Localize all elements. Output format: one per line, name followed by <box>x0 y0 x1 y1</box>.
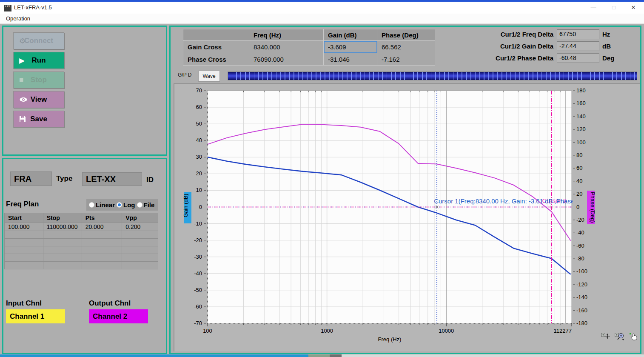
svg-text:180: 180 <box>576 87 586 94</box>
id-field[interactable]: LET-XX <box>82 172 142 186</box>
svg-text:60: 60 <box>196 104 202 110</box>
freq-delta-label: Cur1/2 Freq Delta <box>481 31 557 38</box>
tab-wave[interactable]: Wave <box>198 71 220 82</box>
radio-file[interactable]: File <box>137 201 155 208</box>
phase-delta-unit: Deg <box>599 54 614 62</box>
freq-plan-data-row-cell[interactable]: 0.200 <box>122 223 158 231</box>
freq-delta-row: Cur1/2 Freq Delta 67750 Hz <box>481 29 614 39</box>
gain-delta-label: Cur1/2 Gain Delta <box>481 43 557 50</box>
freq-plan-empty-row-cell <box>43 254 82 262</box>
input-channel-selector[interactable]: Channel 1 <box>6 309 65 323</box>
x-axis-title: Freq (Hz) <box>378 336 402 343</box>
gain-delta-value: -27.44 <box>557 41 599 51</box>
save-button[interactable]: Save <box>13 111 64 128</box>
svg-text:-180: -180 <box>576 320 587 326</box>
radio-linear[interactable]: Linear <box>89 201 115 208</box>
svg-text:-50: -50 <box>194 287 202 293</box>
view-button-label: View <box>31 95 47 104</box>
bode-plot-svg[interactable]: -70-60-50-40-30-20-10010203040506070-180… <box>174 83 640 351</box>
svg-text:1000: 1000 <box>321 328 333 334</box>
freq-plan-empty-row <box>5 254 158 262</box>
freq-plan-empty-row-cell <box>5 239 43 246</box>
radio-file-dot[interactable] <box>137 202 142 208</box>
cross-table-header-row: Freq (Hz) Gain (dB) Phase (Deg) <box>183 29 435 41</box>
radio-log-dot[interactable] <box>117 202 122 208</box>
phase-cross-phase[interactable]: -7.162 <box>377 53 435 66</box>
stop-button[interactable]: ■ Stop <box>13 71 64 89</box>
output-channel-selector[interactable]: Channel 2 <box>89 309 148 323</box>
cursor-tool-icon[interactable] <box>601 332 611 341</box>
freq-plan-empty-row-cell <box>122 231 158 239</box>
connect-button[interactable]: ⚙ Connect <box>13 32 64 49</box>
cross-table-corner <box>183 29 249 41</box>
config-panel: FRA Type LET-XX ID Freq Plan Linear Log … <box>2 158 167 354</box>
freq-plan-table[interactable]: Start Stop Pts Vpp 100.000110000.00020.0… <box>4 213 158 269</box>
view-button[interactable]: View <box>13 91 64 108</box>
freq-plan-header-pts: Pts <box>82 213 122 223</box>
phase-cross-gain[interactable]: -31.046 <box>324 53 377 66</box>
svg-text:140: 140 <box>576 113 586 120</box>
freq-plan-empty-row-cell <box>82 231 122 239</box>
minimize-button[interactable]: — <box>587 2 600 14</box>
phase-cross-row: Phase Cross 76090.000 -31.046 -7.162 <box>183 53 435 66</box>
gear-icon: ⚙ <box>19 37 26 46</box>
freq-plan-header-stop: Stop <box>43 213 82 223</box>
freq-plan-empty-row-cell <box>122 262 158 269</box>
freq-plan-empty-row-cell <box>122 239 158 246</box>
taskbar-sliver-green <box>308 354 330 357</box>
svg-text:-60: -60 <box>576 243 584 249</box>
cross-table-header-gain: Gain (dB) <box>324 29 377 41</box>
type-field[interactable]: FRA <box>10 171 52 186</box>
connect-button-label: Connect <box>24 37 53 45</box>
svg-text:80: 80 <box>576 152 582 158</box>
eye-icon <box>19 97 28 103</box>
freq-plan-data-row: 100.000110000.00020.0000.200 <box>5 223 158 231</box>
phase-cross-freq[interactable]: 76090.000 <box>249 53 324 66</box>
svg-text:20: 20 <box>576 191 582 197</box>
cross-table-header-freq: Freq (Hz) <box>249 29 324 41</box>
play-icon: ▶ <box>19 56 25 65</box>
save-button-label: Save <box>30 115 47 123</box>
freq-plan-empty-row-cell <box>5 231 43 239</box>
close-button[interactable]: ✕ <box>627 2 640 14</box>
freq-plan-empty-row-cell <box>82 239 122 246</box>
gain-cross-row: Gain Cross 8340.000 -3.609 66.562 <box>183 41 435 53</box>
maximize-button[interactable]: □ <box>607 2 620 14</box>
freq-plan-empty-row-cell <box>43 239 82 246</box>
freq-plan-empty-row-cell <box>5 254 43 262</box>
gain-cross-phase[interactable]: 66.562 <box>377 41 435 53</box>
freq-plan-data-row-cell[interactable]: 100.000 <box>5 223 43 231</box>
freq-plan-empty-row <box>5 231 158 239</box>
freq-plan-header-vpp: Vpp <box>122 213 158 223</box>
cross-table-header-phase: Phase (Deg) <box>377 29 435 41</box>
control-panel: ⚙ Connect ▶ Run ■ Stop View Save <box>2 26 167 156</box>
plot-panel: Freq (Hz) Gain (dB) Phase (Deg) Gain Cro… <box>169 26 641 354</box>
radio-linear-dot[interactable] <box>89 202 94 208</box>
zoom-tool-icon[interactable] <box>615 332 626 341</box>
radio-log-label: Log <box>123 201 135 208</box>
tab-gpd[interactable]: G/P D <box>178 72 191 78</box>
gain-cross-gain[interactable]: -3.609 <box>324 41 377 53</box>
radio-log[interactable]: Log <box>117 201 135 208</box>
app-icon: LET <box>4 5 11 11</box>
cross-measurements-table: Freq (Hz) Gain (dB) Phase (Deg) Gain Cro… <box>183 29 435 66</box>
application-window: LET LET-xFRA-v1.5 — □ ✕ Operation ⚙ Conn… <box>0 0 644 357</box>
stop-button-label: Stop <box>31 76 47 84</box>
run-button[interactable]: ▶ Run <box>13 52 64 69</box>
freq-plan-data-row-cell[interactable]: 110000.000 <box>43 223 82 231</box>
bode-plot[interactable]: -70-60-50-40-30-20-10010203040506070-180… <box>174 83 640 351</box>
svg-text:-160: -160 <box>576 307 587 314</box>
freq-plan-empty-row-cell <box>5 246 43 254</box>
phase-axis-label: Phase (Deg) <box>590 192 596 223</box>
window-title: LET-xFRA-v1.5 <box>14 2 52 14</box>
svg-text:0: 0 <box>576 204 579 210</box>
input-chnl-label: Input Chnl <box>6 299 42 308</box>
gain-cross-freq[interactable]: 8340.000 <box>249 41 324 53</box>
menu-operation[interactable]: Operation <box>3 14 33 24</box>
freq-plan-data-row-cell[interactable]: 20.000 <box>82 223 122 231</box>
pan-hand-tool-icon[interactable] <box>629 332 638 341</box>
svg-text:160: 160 <box>576 100 586 106</box>
gain-cross-label: Gain Cross <box>183 41 249 53</box>
taskbar-sliver-blue <box>0 354 308 357</box>
gain-delta-row: Cur1/2 Gain Delta -27.44 dB <box>481 41 614 51</box>
